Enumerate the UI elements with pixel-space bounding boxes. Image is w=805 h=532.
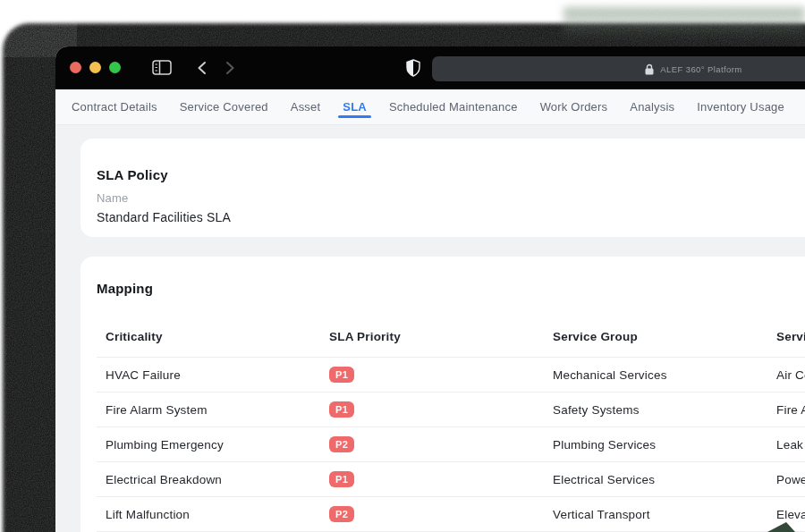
service-group-cell: Plumbing Services bbox=[553, 438, 776, 452]
mapping-card: Mapping CriticalitySLA PriorityService G… bbox=[80, 257, 805, 532]
table-row: Fire Alarm SystemP1Safety SystemsFire Al bbox=[97, 393, 805, 427]
tab-sla[interactable]: SLA bbox=[332, 89, 378, 124]
service-group-cell: Vertical Transport bbox=[553, 508, 776, 521]
priority-badge: P2 bbox=[329, 436, 354, 452]
tab-scheduled-maintenance[interactable]: Scheduled Maintenance bbox=[377, 89, 529, 124]
service-group-cell: Safety Systems bbox=[553, 403, 776, 417]
criticality-cell: Lift Malfunction bbox=[106, 508, 329, 521]
back-button-icon[interactable] bbox=[197, 61, 207, 75]
traffic-lights bbox=[70, 62, 121, 73]
column-header-criticality: Criticality bbox=[106, 329, 329, 344]
lock-icon bbox=[645, 63, 654, 75]
priority-cell: P2 bbox=[329, 436, 553, 452]
priority-badge: P2 bbox=[329, 506, 354, 522]
table-row: Electrical BreakdownP1Electrical Service… bbox=[97, 462, 805, 497]
criticality-cell: Plumbing Emergency bbox=[106, 438, 329, 452]
mapping-table-body: HVAC FailureP1Mechanical ServicesAir CoF… bbox=[97, 358, 805, 532]
backdrop-green-tint bbox=[564, 7, 805, 39]
priority-cell: P1 bbox=[329, 401, 553, 418]
mapping-table-header: CriticalitySLA PriorityService GroupServ… bbox=[97, 329, 805, 358]
shield-icon[interactable] bbox=[406, 59, 420, 77]
table-row: Plumbing EmergencyP2Plumbing ServicesLea… bbox=[97, 427, 805, 462]
tab-fin[interactable]: Fin bbox=[795, 89, 805, 124]
criticality-cell: Electrical Breakdown bbox=[106, 473, 329, 486]
close-window-button[interactable] bbox=[70, 62, 81, 73]
address-text: ALEF 360° Platform bbox=[660, 64, 741, 74]
service-group-cell: Electrical Services bbox=[553, 473, 776, 486]
tab-service-covered[interactable]: Service Covered bbox=[168, 89, 279, 124]
page: { "browser": { "address_text": "ALEF 360… bbox=[0, 0, 805, 532]
tab-work-orders[interactable]: Work Orders bbox=[529, 89, 619, 124]
criticality-cell: HVAC Failure bbox=[106, 368, 329, 382]
table-row: Lift MalfunctionP2Vertical TransportElev… bbox=[97, 497, 805, 532]
forward-button-icon[interactable] bbox=[225, 61, 235, 75]
sla-policy-title: SLA Policy bbox=[97, 166, 805, 183]
tab-analysis[interactable]: Analysis bbox=[619, 89, 686, 124]
tab-contract-details[interactable]: Contract Details bbox=[72, 89, 168, 124]
browser-titlebar: ALEF 360° Platform bbox=[55, 46, 805, 89]
priority-badge: P1 bbox=[329, 367, 354, 383]
page-content: SLA Policy Name Standard Facilities SLA … bbox=[55, 125, 805, 532]
browser-window: ALEF 360° Platform Contract DetailsServi… bbox=[55, 46, 805, 532]
table-row: HVAC FailureP1Mechanical ServicesAir Co bbox=[97, 358, 805, 393]
priority-cell: P1 bbox=[329, 367, 553, 383]
criticality-cell: Fire Alarm System bbox=[106, 403, 329, 417]
minimize-window-button[interactable] bbox=[89, 62, 101, 73]
tab-bar: Contract DetailsService CoveredAssetSLAS… bbox=[55, 89, 805, 125]
fullscreen-window-button[interactable] bbox=[109, 62, 121, 73]
tab-inventory-usage[interactable]: Inventory Usage bbox=[686, 89, 796, 124]
tab-asset[interactable]: Asset bbox=[279, 89, 332, 124]
service-group-cell: Mechanical Services bbox=[553, 368, 776, 382]
priority-badge: P1 bbox=[329, 471, 354, 487]
priority-badge: P1 bbox=[329, 401, 354, 418]
sla-policy-card: SLA Policy Name Standard Facilities SLA bbox=[80, 139, 805, 237]
address-bar[interactable]: ALEF 360° Platform bbox=[432, 56, 805, 81]
priority-cell: P2 bbox=[329, 506, 553, 522]
column-header-servic: Servic bbox=[776, 329, 805, 344]
service-cell: Power bbox=[776, 473, 805, 486]
name-value: Standard Facilities SLA bbox=[97, 210, 805, 224]
name-label: Name bbox=[97, 192, 805, 204]
service-cell: Air Co bbox=[776, 368, 805, 382]
mapping-title: Mapping bbox=[97, 282, 805, 296]
cursor-arrow-icon bbox=[760, 519, 805, 532]
column-header-service-group: Service Group bbox=[553, 329, 776, 344]
service-cell: Leak / bbox=[776, 438, 805, 452]
priority-cell: P1 bbox=[329, 471, 553, 487]
sidebar-toggle-icon[interactable] bbox=[152, 60, 172, 75]
service-cell: Fire Al bbox=[776, 403, 805, 417]
column-header-sla-priority: SLA Priority bbox=[329, 329, 553, 344]
